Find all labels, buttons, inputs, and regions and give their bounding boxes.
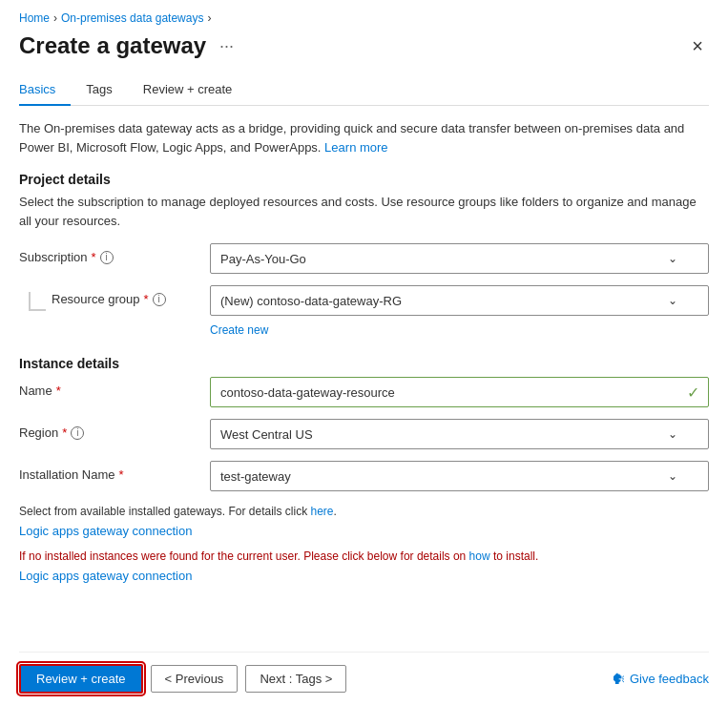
installation-field: test-gateway ⌄ [210,461,709,491]
resource-group-select[interactable]: (New) contoso-data-gateway-RG ⌄ [210,285,709,316]
subscription-label: Subscription [19,250,88,264]
resource-group-required: * [144,292,149,306]
breadcrumb-chevron-2: › [207,11,211,25]
breadcrumb-parent[interactable]: On-premises data gateways [61,11,203,25]
feedback-icon: 🗣 [612,671,626,687]
footer-right: 🗣 Give feedback [612,671,709,687]
installation-name-row: Installation Name * test-gateway ⌄ [19,461,709,491]
resource-group-field: (New) contoso-data-gateway-RG ⌄ [210,285,709,316]
gateway-link-2[interactable]: Logic apps gateway connection [19,569,192,583]
here-link-1[interactable]: here [310,505,333,518]
region-row: Region * i West Central US ⌄ [19,419,709,449]
subscription-chevron-icon: ⌄ [668,252,677,265]
region-label: Region [19,425,58,440]
project-details-section: Project details Select the subscription … [19,172,709,337]
subscription-field: Pay-As-You-Go ⌄ [210,243,709,274]
subscription-info-icon[interactable]: i [100,251,114,264]
installation-chevron-icon: ⌄ [668,469,677,483]
create-new-link[interactable]: Create new [210,323,268,337]
instance-details-section: Instance details Name * ✓ Region * i Wes… [19,344,709,583]
subscription-select[interactable]: Pay-As-You-Go ⌄ [210,243,709,274]
page-description: The On-premises data gateway acts as a b… [19,119,709,156]
gateway-info-text: Select from available installed gateways… [19,503,709,520]
page-header: Create a gateway ··· × [19,32,709,59]
warning-text: If no installed instances were found for… [19,548,709,565]
installation-label: Installation Name [19,467,114,482]
region-select[interactable]: West Central US ⌄ [210,419,709,449]
footer: Review + create < Previous Next : Tags >… [19,652,709,705]
project-details-title: Project details [19,172,709,187]
close-button[interactable]: × [686,33,709,59]
how-link[interactable]: how [469,549,490,563]
name-input[interactable] [210,377,709,407]
subscription-row: Subscription * i Pay-As-You-Go ⌄ [19,243,709,274]
region-chevron-icon: ⌄ [668,427,677,441]
name-field: ✓ [210,377,709,407]
resource-group-label: Resource group [52,292,140,306]
tab-basics[interactable]: Basics [19,74,71,106]
project-details-description: Select the subscription to manage deploy… [19,193,709,230]
tab-tags[interactable]: Tags [71,74,127,106]
tab-bar: Basics Tags Review + create [19,74,709,106]
resource-group-info-icon[interactable]: i [153,293,166,306]
subscription-required: * [92,250,96,264]
review-create-button[interactable]: Review + create [19,664,143,694]
gateway-link-1[interactable]: Logic apps gateway connection [19,524,192,538]
give-feedback-button[interactable]: 🗣 Give feedback [612,671,709,687]
name-row: Name * ✓ [19,377,709,407]
installation-select[interactable]: test-gateway ⌄ [210,461,709,491]
instance-details-title: Instance details [19,356,709,371]
region-field: West Central US ⌄ [210,419,709,449]
region-info-icon[interactable]: i [71,426,84,440]
name-required: * [56,384,61,398]
next-button[interactable]: Next : Tags > [245,665,346,693]
installation-required: * [118,467,123,482]
learn-more-link[interactable]: Learn more [324,140,387,155]
tab-review-create[interactable]: Review + create [128,74,248,106]
name-label: Name [19,384,52,398]
previous-button[interactable]: < Previous [151,665,239,693]
region-required: * [62,425,67,440]
page-title: Create a gateway [19,32,206,59]
name-check-icon: ✓ [687,384,699,402]
breadcrumb-chevron-1: › [53,11,57,25]
breadcrumb: Home › On-premises data gateways › [19,11,709,25]
resource-group-chevron-icon: ⌄ [668,294,677,307]
breadcrumb-home[interactable]: Home [19,11,50,25]
ellipsis-button[interactable]: ··· [214,34,239,58]
